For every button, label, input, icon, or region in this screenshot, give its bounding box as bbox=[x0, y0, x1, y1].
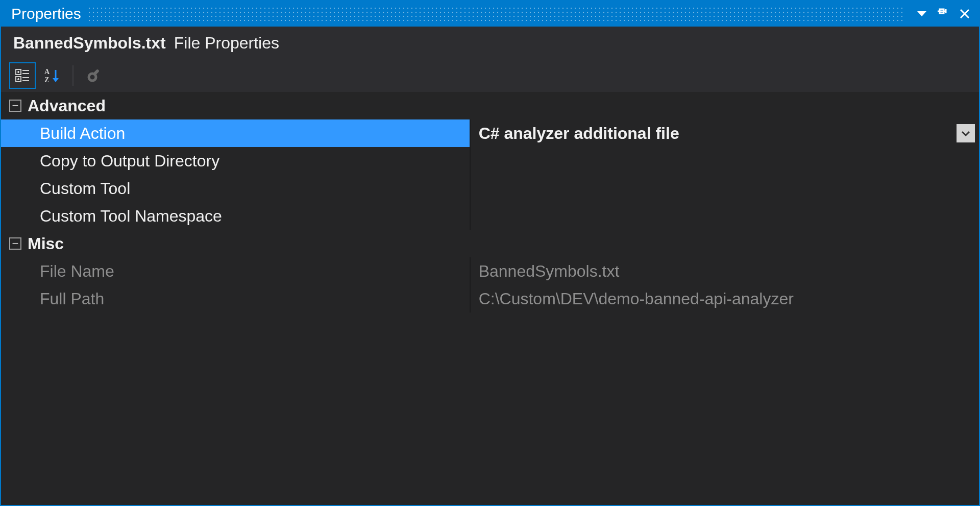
svg-marker-0 bbox=[917, 11, 926, 16]
property-value[interactable] bbox=[471, 147, 979, 175]
toolbar-separator bbox=[72, 65, 74, 86]
titlebar: Properties bbox=[1, 1, 979, 27]
file-header: BannedSymbols.txt File Properties bbox=[1, 27, 979, 59]
property-value: C:\Custom\DEV\demo-banned-api-analyzer bbox=[471, 285, 979, 312]
category-label: Advanced bbox=[28, 97, 106, 115]
property-grid: − Advanced Build Action C# analyzer addi… bbox=[1, 92, 979, 505]
property-full-path[interactable]: Full Path C:\Custom\DEV\demo-banned-api-… bbox=[1, 285, 979, 312]
category-label: Misc bbox=[28, 234, 64, 253]
category-misc[interactable]: − Misc bbox=[1, 230, 979, 257]
toolbar: A Z bbox=[1, 59, 979, 92]
collapse-icon[interactable]: − bbox=[9, 100, 21, 112]
chevron-down-icon[interactable] bbox=[957, 124, 975, 142]
file-name-label: BannedSymbols.txt bbox=[13, 34, 166, 53]
property-label: Custom Tool Namespace bbox=[1, 202, 471, 230]
file-subtitle: File Properties bbox=[174, 34, 279, 53]
property-label: Build Action bbox=[1, 119, 471, 147]
property-label: File Name bbox=[1, 257, 471, 285]
properties-panel: Properties BannedSymbols.txt File Proper… bbox=[0, 0, 980, 506]
svg-text:Z: Z bbox=[44, 76, 49, 84]
alphabetical-button[interactable]: A Z bbox=[40, 63, 64, 88]
close-icon[interactable] bbox=[955, 5, 974, 23]
svg-marker-14 bbox=[53, 78, 59, 82]
build-action-value: C# analyzer additional file bbox=[479, 124, 679, 143]
property-value[interactable] bbox=[471, 175, 979, 202]
property-pages-button[interactable] bbox=[82, 63, 106, 88]
panel-title: Properties bbox=[11, 5, 81, 22]
property-value: BannedSymbols.txt bbox=[471, 257, 979, 285]
property-value[interactable] bbox=[471, 202, 979, 230]
window-options-icon[interactable] bbox=[913, 5, 931, 23]
property-file-name[interactable]: File Name BannedSymbols.txt bbox=[1, 257, 979, 285]
property-custom-tool[interactable]: Custom Tool bbox=[1, 175, 979, 202]
property-label: Copy to Output Directory bbox=[1, 147, 471, 175]
property-label: Custom Tool bbox=[1, 175, 471, 202]
category-advanced[interactable]: − Advanced bbox=[1, 92, 979, 119]
property-copy-output[interactable]: Copy to Output Directory bbox=[1, 147, 979, 175]
property-label: Full Path bbox=[1, 285, 471, 312]
property-value[interactable]: C# analyzer additional file bbox=[471, 119, 979, 147]
svg-text:A: A bbox=[44, 68, 50, 76]
property-build-action[interactable]: Build Action C# analyzer additional file bbox=[1, 119, 979, 147]
property-custom-tool-namespace[interactable]: Custom Tool Namespace bbox=[1, 202, 979, 230]
categorized-button[interactable] bbox=[10, 63, 35, 88]
collapse-icon[interactable]: − bbox=[9, 237, 21, 250]
titlebar-grip[interactable] bbox=[87, 6, 903, 21]
pin-icon[interactable] bbox=[934, 5, 952, 23]
